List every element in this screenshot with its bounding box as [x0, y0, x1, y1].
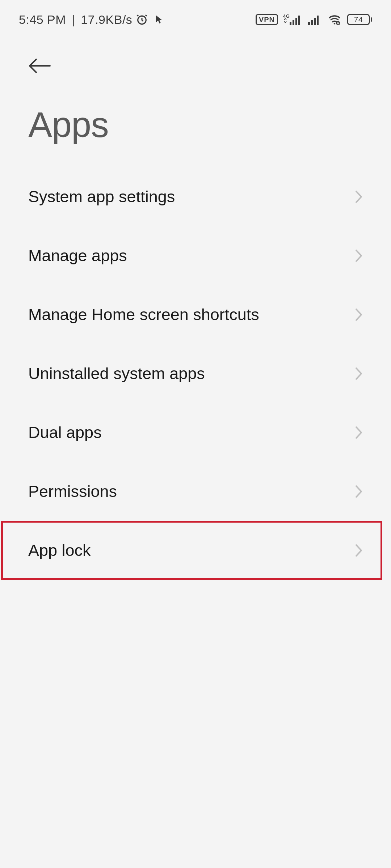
network-4g-icon: 4G — [283, 13, 303, 26]
battery-level: 74 — [354, 15, 363, 24]
item-label: Uninstalled system apps — [28, 364, 205, 383]
svg-rect-7 — [311, 20, 313, 25]
item-label: System app settings — [28, 187, 175, 206]
chevron-right-icon — [355, 426, 363, 439]
status-bar: 5:45 PM | 17.9KB/s VPN 4G — [0, 0, 391, 29]
chevron-right-icon — [355, 249, 363, 263]
signal-icon — [308, 13, 322, 26]
back-button[interactable] — [28, 58, 51, 74]
item-manage-home-screen-shortcuts[interactable]: Manage Home screen shortcuts — [0, 285, 391, 344]
item-uninstalled-system-apps[interactable]: Uninstalled system apps — [0, 344, 391, 403]
status-time: 5:45 PM — [19, 13, 66, 27]
item-label: Manage apps — [28, 246, 127, 265]
svg-rect-9 — [317, 16, 319, 25]
wifi-icon — [327, 13, 342, 26]
svg-point-11 — [336, 21, 340, 25]
chevron-right-icon — [355, 367, 363, 380]
status-right: VPN 4G — [256, 13, 372, 26]
item-permissions[interactable]: Permissions — [0, 462, 391, 521]
svg-rect-3 — [293, 20, 294, 25]
svg-rect-2 — [290, 22, 291, 25]
cursor-icon — [155, 15, 163, 24]
svg-point-10 — [334, 23, 336, 25]
chevron-right-icon — [355, 190, 363, 204]
item-manage-apps[interactable]: Manage apps — [0, 226, 391, 285]
item-label: App lock — [28, 541, 91, 560]
svg-rect-6 — [308, 22, 310, 25]
svg-rect-4 — [295, 18, 297, 25]
chevron-right-icon — [355, 485, 363, 498]
svg-rect-8 — [314, 18, 316, 25]
item-app-lock[interactable]: App lock — [0, 521, 391, 580]
header-row — [0, 29, 391, 82]
vpn-icon: VPN — [256, 14, 278, 25]
page-title: Apps — [0, 82, 391, 167]
chevron-right-icon — [355, 544, 363, 557]
status-net-speed: 17.9KB/s — [81, 13, 132, 27]
status-separator: | — [68, 13, 79, 27]
item-label: Permissions — [28, 482, 117, 501]
svg-rect-5 — [298, 16, 300, 25]
svg-text:4G: 4G — [283, 13, 290, 19]
item-label: Dual apps — [28, 423, 102, 442]
settings-list: System app settings Manage apps Manage H… — [0, 167, 391, 580]
alarm-icon — [136, 13, 148, 26]
item-dual-apps[interactable]: Dual apps — [0, 403, 391, 462]
item-label: Manage Home screen shortcuts — [28, 305, 259, 324]
status-left: 5:45 PM | 17.9KB/s — [19, 13, 163, 27]
chevron-right-icon — [355, 308, 363, 322]
battery-icon: 74 — [347, 14, 372, 25]
item-system-app-settings[interactable]: System app settings — [0, 167, 391, 226]
